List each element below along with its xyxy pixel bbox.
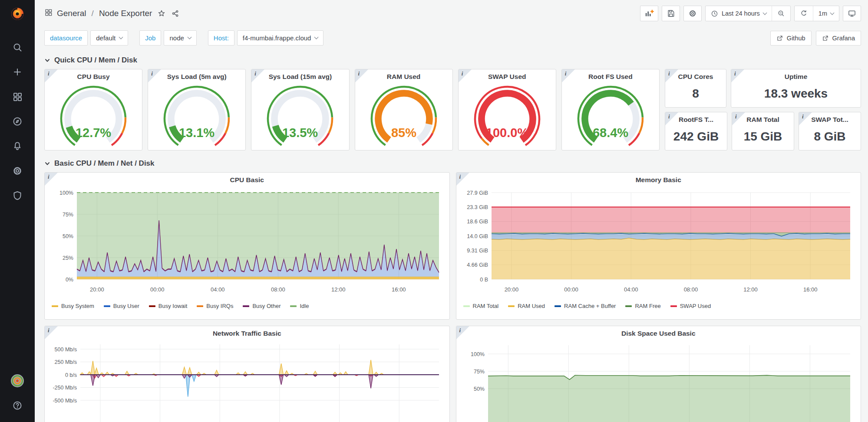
svg-text:16:00: 16:00 — [803, 286, 818, 293]
help-icon[interactable] — [0, 393, 35, 418]
variable-datasource-label: datasource — [44, 30, 88, 46]
panel-info-corner — [731, 69, 744, 82]
refresh-interval-picker[interactable]: 1m — [813, 6, 839, 21]
legend-item[interactable]: Idle — [290, 303, 309, 309]
panel-memory-basic: i Memory Basic 0 B4.66 GiB9.31 GiB14.0 G… — [456, 172, 861, 320]
search-icon[interactable] — [0, 35, 35, 59]
panel-title[interactable]: Memory Basic — [456, 173, 861, 187]
legend-item[interactable]: RAM Free — [625, 303, 660, 309]
explore-compass-icon[interactable] — [0, 109, 35, 134]
panel-title[interactable]: CPU Basic — [45, 173, 449, 187]
star-icon[interactable] — [157, 9, 166, 18]
breadcrumb-folder[interactable]: General — [57, 9, 86, 18]
variable-datasource: datasource default — [44, 30, 128, 46]
legend-item[interactable]: RAM Used — [508, 303, 545, 309]
gauge-sys-load-5m: 13.1% — [148, 84, 245, 148]
variable-datasource-select[interactable]: default — [90, 30, 128, 46]
add-panel-button[interactable] — [640, 6, 658, 21]
info-icon[interactable]: i — [459, 327, 461, 334]
stat-value: 242 GiB — [665, 127, 727, 146]
panel-title[interactable]: Uptime — [731, 69, 861, 84]
refresh-interval-label: 1m — [818, 10, 827, 17]
create-plus-icon[interactable] — [0, 59, 35, 84]
panel-title[interactable]: Root FS Used — [562, 69, 659, 84]
avatar[interactable] — [0, 368, 35, 393]
panel-info-corner — [665, 112, 678, 125]
panel-title[interactable]: Sys Load (15m avg) — [251, 69, 349, 84]
variable-host: Host: f4-mumbai.frappe.cloud — [208, 30, 324, 46]
legend-item[interactable]: Busy Iowait — [149, 303, 187, 309]
info-icon[interactable]: i — [48, 327, 50, 334]
svg-text:68.4%: 68.4% — [593, 126, 628, 140]
legend-swatch — [290, 305, 297, 307]
svg-text:50%: 50% — [63, 233, 73, 239]
legend-item[interactable]: RAM Total — [463, 303, 499, 309]
variable-job: Job node — [139, 30, 197, 46]
variable-host-select[interactable]: f4-mumbai.frappe.cloud — [237, 30, 324, 46]
dashboard-settings-button[interactable] — [683, 6, 702, 21]
legend-item[interactable]: RAM Cache + Buffer — [554, 303, 616, 309]
panel-title[interactable]: Sys Load (5m avg) — [148, 69, 245, 84]
grafana-logo[interactable] — [10, 6, 25, 23]
info-icon[interactable]: i — [48, 173, 50, 180]
panel-title[interactable]: Network Traffic Basic — [45, 326, 449, 341]
panel-title[interactable]: CPU Busy — [45, 69, 142, 84]
panel-title[interactable]: SWAP Used — [459, 69, 556, 84]
info-icon[interactable]: i — [254, 70, 256, 77]
info-icon[interactable]: i — [802, 113, 804, 120]
memory-basic-legend: RAM TotalRAM UsedRAM Cache + BufferRAM F… — [456, 302, 861, 313]
info-icon[interactable]: i — [668, 70, 670, 77]
zoom-out-button[interactable] — [772, 6, 790, 21]
panel-info-corner — [459, 69, 472, 82]
dashboards-icon[interactable] — [0, 84, 35, 109]
info-icon[interactable]: i — [459, 173, 461, 180]
share-icon[interactable] — [171, 9, 180, 18]
refresh-button[interactable] — [795, 6, 813, 21]
section-quick-cpu-mem-disk[interactable]: Quick CPU / Mem / Disk — [44, 47, 861, 69]
legend-item[interactable]: Busy User — [104, 303, 139, 309]
cpu-basic-chart[interactable]: 0%25%50%75%100%20:0000:0004:0008:0012:00… — [50, 188, 444, 302]
svg-text:04:00: 04:00 — [211, 286, 225, 293]
cpu-basic-legend: Busy SystemBusy UserBusy IowaitBusy IRQs… — [45, 302, 449, 313]
legend-item[interactable]: Busy Other — [243, 303, 281, 309]
admin-shield-icon[interactable] — [0, 183, 35, 208]
cycle-view-mode-button[interactable] — [843, 6, 861, 21]
svg-text:13.5%: 13.5% — [282, 126, 318, 140]
github-link[interactable]: Github — [770, 31, 812, 46]
info-icon[interactable]: i — [358, 70, 360, 77]
save-dashboard-button[interactable] — [662, 6, 680, 21]
info-icon[interactable]: i — [565, 70, 567, 77]
info-icon[interactable]: i — [151, 70, 153, 77]
info-icon[interactable]: i — [668, 113, 670, 120]
panel-title[interactable]: Disk Space Used Basic — [456, 326, 861, 341]
variable-job-select[interactable]: node — [164, 30, 196, 46]
svg-text:-500 Mb/s: -500 Mb/s — [53, 398, 77, 404]
section-basic-cpu-mem-net-disk[interactable]: Basic CPU / Mem / Net / Disk — [44, 150, 861, 172]
info-icon[interactable]: i — [735, 113, 737, 120]
legend-item[interactable]: Busy System — [52, 303, 94, 309]
svg-text:12:00: 12:00 — [331, 286, 346, 293]
svg-text:12.7%: 12.7% — [76, 126, 111, 140]
dashboard-links: Github Grafana — [770, 31, 861, 46]
svg-text:75%: 75% — [63, 212, 73, 218]
network-traffic-chart[interactable]: 500 Mb/s250 Mb/s0 b/s-250 Mb/s-500 Mb/s — [50, 342, 444, 422]
memory-basic-chart[interactable]: 0 B4.66 GiB9.31 GiB14.0 GiB18.6 GiB23.3 … — [461, 188, 855, 302]
breadcrumb-dashboard-title[interactable]: Node Exporter — [99, 9, 152, 18]
disk-space-chart[interactable]: 100%75%50% — [461, 342, 855, 422]
alerting-bell-icon[interactable] — [0, 134, 35, 158]
panel-title[interactable]: RAM Used — [355, 69, 452, 84]
legend-item[interactable]: Busy IRQs — [197, 303, 233, 309]
panel-info-corner — [562, 69, 575, 82]
info-icon[interactable]: i — [734, 70, 736, 77]
panel-ram-used: i RAM Used 85% — [355, 69, 453, 150]
panel-info-corner — [799, 112, 812, 125]
legend-swatch — [149, 305, 155, 307]
external-link-icon — [776, 35, 783, 42]
info-icon[interactable]: i — [462, 70, 463, 77]
grafana-link[interactable]: Grafana — [816, 31, 861, 46]
legend-item[interactable]: SWAP Used — [670, 303, 711, 309]
time-range-picker[interactable]: Last 24 hours — [706, 6, 772, 21]
info-icon[interactable]: i — [48, 70, 50, 77]
configuration-gear-icon[interactable] — [0, 158, 35, 183]
svg-text:16:00: 16:00 — [392, 286, 406, 293]
